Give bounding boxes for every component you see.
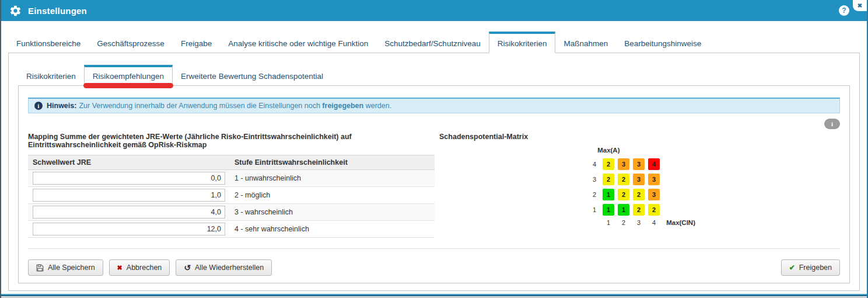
matrix-cell: 1 xyxy=(603,189,614,200)
info-pill-icon[interactable]: i xyxy=(824,119,840,129)
matrix-cell: 3 xyxy=(648,189,660,200)
table-row: 3 - wahrscheinlich xyxy=(28,204,435,221)
jre-threshold-input-4[interactable] xyxy=(33,223,225,235)
matrix-cell: 2 xyxy=(618,189,629,200)
red-highlight-marker xyxy=(83,83,173,88)
stufe-label: 2 - möglich xyxy=(230,187,435,204)
matrix-cell: 3 xyxy=(618,158,629,170)
matrix-cell: 1 xyxy=(618,204,629,216)
matrix-heading: Schadenspotential-Matrix xyxy=(439,133,840,141)
subtab-erweiterte-bewertung[interactable]: Erweiterte Bewertung Schadenspotential xyxy=(173,65,331,85)
matrix-cell: 3 xyxy=(648,174,660,185)
matrix-cell: 2 xyxy=(648,204,660,216)
left-button-group: Alle Speichern ✖ Abbrechen ↺ Alle Wieder… xyxy=(28,259,272,276)
column-header-stufe: Stufe Eintrittswahrscheinlichkeit xyxy=(230,155,435,170)
matrix-cell: 2 xyxy=(633,189,645,200)
matrix-y-axis-label: Max(A) xyxy=(597,147,695,154)
matrix-row: 3 2 2 3 3 xyxy=(589,174,695,185)
risikokriterien-panel: Risikokriterien Risikoempfehlungen Erwei… xyxy=(8,53,860,291)
table-row: 2 - möglich xyxy=(28,187,435,204)
subtab-risikoempfehlungen[interactable]: Risikoempfehlungen xyxy=(84,65,173,86)
settings-window: Einstellungen ? ✖ Funktionsbereiche Gesc… xyxy=(0,0,868,298)
matrix-x-axis: 1 2 3 4 Max(CIN) xyxy=(603,219,695,226)
matrix-cell: 2 xyxy=(618,174,629,185)
mapping-heading: Mapping Summe der gewichteten JRE-Werte … xyxy=(28,133,435,149)
footer-buttons: Alle Speichern ✖ Abbrechen ↺ Alle Wieder… xyxy=(28,259,840,276)
table-row: 1 - unwahrscheinlich xyxy=(28,170,435,187)
tab-freigabe[interactable]: Freigabe xyxy=(173,32,220,53)
window-bottom-edge xyxy=(1,293,867,298)
matrix-cell: 3 xyxy=(633,174,645,185)
close-icon[interactable]: ✖ xyxy=(853,0,867,11)
info-icon: i xyxy=(34,102,43,110)
matrix-x-axis-label: Max(CIN) xyxy=(666,219,695,226)
hint-bar: i Hinweis: Zur Verwendung innerhalb der … xyxy=(28,98,840,113)
window-title: Einstellungen xyxy=(28,6,87,16)
check-icon: ✔ xyxy=(789,264,795,272)
restore-all-button[interactable]: ↺ Alle Wiederherstellen xyxy=(176,259,272,276)
matrix-cell: 3 xyxy=(633,158,645,170)
restore-icon: ↺ xyxy=(184,264,191,272)
matrix-cell: 2 xyxy=(633,204,645,216)
jre-threshold-input-2[interactable] xyxy=(33,189,225,202)
stufe-label: 1 - unwahrscheinlich xyxy=(230,170,435,187)
matrix-cell: 1 xyxy=(603,204,614,216)
column-header-schwellwert: Schwellwert JRE xyxy=(28,155,230,170)
save-icon xyxy=(36,264,44,272)
help-icon[interactable]: ? xyxy=(839,5,849,16)
tab-funktionsbereiche[interactable]: Funktionsbereiche xyxy=(8,32,89,53)
hint-label: Hinweis: xyxy=(47,102,76,110)
table-row: 4 - sehr wahrscheinlich xyxy=(28,221,435,238)
save-all-button[interactable]: Alle Speichern xyxy=(28,259,103,276)
stufe-label: 4 - sehr wahrscheinlich xyxy=(230,221,435,238)
tab-bearbeitungshinweise[interactable]: Bearbeitungshinweise xyxy=(616,32,709,53)
content-row: Mapping Summe der gewichteten JRE-Werte … xyxy=(28,133,840,238)
x-icon: ✖ xyxy=(117,264,123,272)
hint-text: Zur Verwendung innerhalb der Anwendung m… xyxy=(79,102,391,110)
matrix-row: 4 2 3 3 4 xyxy=(589,158,695,170)
jre-mapping-table: Schwellwert JRE Stufe Eintrittswahrschei… xyxy=(28,155,435,238)
gear-icon xyxy=(9,5,22,17)
stufe-label: 3 - wahrscheinlich xyxy=(230,204,435,221)
sub-tabs: Risikokriterien Risikoempfehlungen Erwei… xyxy=(18,65,850,86)
tab-schutzbedarf[interactable]: Schutzbedarf/Schutzniveau xyxy=(376,32,488,53)
subtab-risikokriterien[interactable]: Risikokriterien xyxy=(18,65,84,85)
titlebar: Einstellungen ? ✖ xyxy=(1,0,867,21)
matrix-row: 2 1 2 2 3 xyxy=(589,189,695,200)
pill-row: i xyxy=(28,119,840,129)
risikoempfehlungen-panel: i Hinweis: Zur Verwendung innerhalb der … xyxy=(18,86,850,283)
abort-button[interactable]: ✖ Abbrechen xyxy=(109,259,170,276)
matrix-row: 1 1 1 2 2 xyxy=(589,204,695,216)
tab-geschaeftsprozesse[interactable]: Geschäftsprozesse xyxy=(89,32,173,53)
jre-threshold-input-1[interactable] xyxy=(33,172,225,185)
subtab-label: Risikoempfehlungen xyxy=(93,72,164,81)
tab-massnahmen[interactable]: Maßnahmen xyxy=(555,32,616,53)
right-button-group: ✔ Freigeben xyxy=(781,259,840,276)
divider xyxy=(28,248,840,249)
jre-threshold-input-3[interactable] xyxy=(33,206,225,219)
matrix-cell: 4 xyxy=(648,158,660,170)
schadenspotential-matrix: Max(A) 4 2 3 3 4 3 2 2 3 xyxy=(589,147,695,226)
matrix-cell: 2 xyxy=(603,158,614,170)
matrix-section: Schadenspotential-Matrix Max(A) 4 2 3 3 … xyxy=(435,133,840,238)
matrix-cell: 2 xyxy=(603,174,614,185)
release-button[interactable]: ✔ Freigeben xyxy=(781,259,840,276)
main-tabs: Funktionsbereiche Geschäftsprozesse Frei… xyxy=(8,32,860,53)
tab-analyse-kritische-funktion[interactable]: Analyse kritische oder wichtige Funktion xyxy=(220,32,376,53)
tab-risikokriterien[interactable]: Risikokriterien xyxy=(489,32,556,53)
mapping-section: Mapping Summe der gewichteten JRE-Werte … xyxy=(28,133,435,238)
